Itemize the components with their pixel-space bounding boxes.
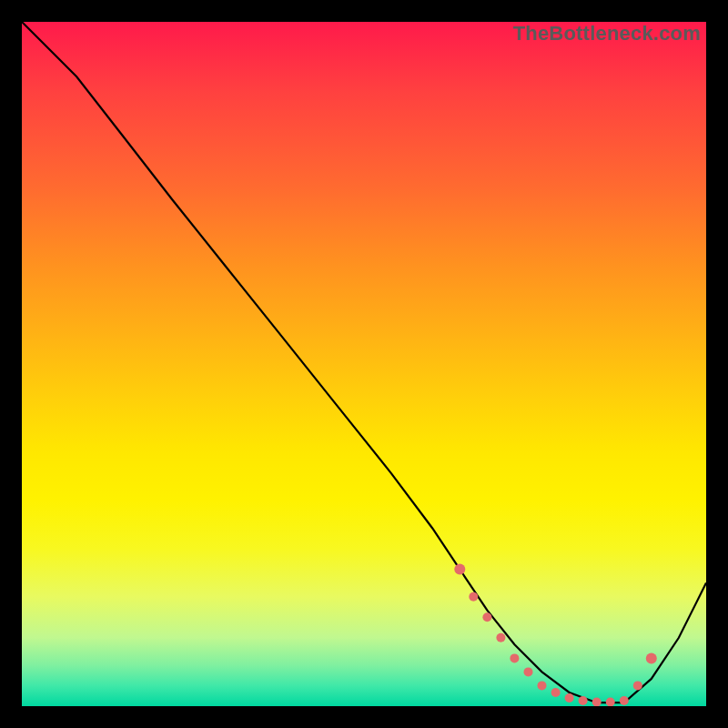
marker-dot xyxy=(510,653,519,662)
marker-dot xyxy=(579,696,588,705)
marker-dot xyxy=(454,564,465,575)
marker-dot xyxy=(538,681,547,690)
marker-dot xyxy=(496,633,505,642)
chart-stage: TheBottleneck.com xyxy=(0,0,728,728)
marker-dot xyxy=(482,612,491,622)
marker-dot xyxy=(606,698,615,707)
marker-dot xyxy=(646,652,657,663)
marker-dot xyxy=(469,592,478,602)
marker-dot xyxy=(524,667,533,676)
marker-group xyxy=(454,564,657,706)
chart-overlay xyxy=(22,22,706,706)
chart-plot-area: TheBottleneck.com xyxy=(22,22,706,706)
curve-line xyxy=(22,22,706,703)
marker-dot xyxy=(592,698,602,707)
marker-dot xyxy=(620,696,629,705)
marker-dot xyxy=(633,681,642,690)
marker-dot xyxy=(551,688,561,697)
marker-dot xyxy=(565,693,574,703)
